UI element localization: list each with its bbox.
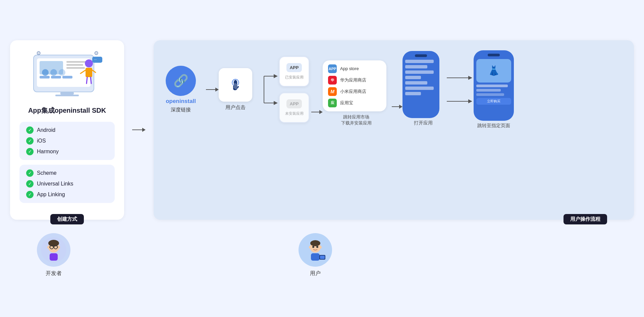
store-list: APP App store 华 华为应用商店 M 小米应用商店 应 <box>323 60 386 111</box>
svg-point-55 <box>309 246 311 249</box>
store-appstore: APP App store <box>328 64 381 73</box>
bottom-row: 开发者 <box>10 233 634 277</box>
svg-marker-33 <box>274 101 278 105</box>
app-status-column: APP 已安装应用 APP 未安装应用 <box>279 56 309 123</box>
open-app-phone <box>402 51 439 118</box>
svg-point-8 <box>59 69 65 76</box>
openinstall-label-bottom: 深度链接 <box>171 107 191 113</box>
store-label-line2: 下载并安装应用 <box>341 120 372 126</box>
phone-line <box>476 85 508 87</box>
top-row: ⚙ ⚙ ··· App集成openinstall SDK ✓ Android ✓… <box>10 40 634 220</box>
phone-content-1 <box>405 60 437 115</box>
left-to-openinstall-arrow <box>132 40 146 220</box>
buy-now-btn[interactable]: 立即购买 <box>476 98 511 105</box>
scheme-item: ✓ Scheme <box>26 169 108 177</box>
svg-rect-15 <box>86 68 92 77</box>
user-avatar <box>299 233 332 267</box>
scheme-label: Scheme <box>37 170 57 176</box>
phone-final-content <box>476 85 511 96</box>
svg-text:⚙: ⚙ <box>94 50 99 56</box>
store-huawei: 华 华为应用商店 <box>328 76 381 85</box>
phone-line <box>405 76 421 79</box>
open-app-label: 打开应用 <box>414 120 433 126</box>
platform-group: ✓ Android ✓ iOS ✓ Harmony <box>19 122 115 160</box>
right-panel: 🔗 openinstall 深度链接 <box>154 40 634 220</box>
main-container: ⚙ ⚙ ··· App集成openinstall SDK ✓ Android ✓… <box>10 40 634 277</box>
universal-links-label: Universal Links <box>37 181 73 187</box>
flow-wrapper: 🔗 openinstall 深度链接 <box>166 50 622 129</box>
universal-links-item: ✓ Universal Links <box>26 180 108 188</box>
open-app-phone-section: 打开应用 <box>402 51 444 126</box>
svg-rect-28 <box>236 84 237 89</box>
store-tencent: 应 应用宝 <box>328 99 381 107</box>
check-scheme: ✓ <box>26 169 34 177</box>
developer-label: 开发者 <box>46 270 62 277</box>
xiaomi-label: 小米应用商店 <box>340 89 366 95</box>
svg-marker-35 <box>468 76 472 80</box>
ios-label: iOS <box>37 138 46 144</box>
svg-point-7 <box>50 69 57 76</box>
svg-point-48 <box>58 246 60 249</box>
android-item: ✓ Android <box>26 126 108 134</box>
left-panel: ⚙ ⚙ ··· App集成openinstall SDK ✓ Android ✓… <box>10 40 124 220</box>
phone-line <box>405 92 421 95</box>
svg-rect-5 <box>62 76 72 78</box>
to-store-arrow <box>311 110 323 114</box>
installed-label: 已安装应用 <box>285 75 304 80</box>
ios-item: ✓ iOS <box>26 137 108 145</box>
store-label: 跳转应用市场 下载并安装应用 <box>341 114 372 126</box>
appstore-label: App store <box>340 66 359 71</box>
phone-line <box>405 60 434 63</box>
not-installed-branch: APP 未安装应用 <box>279 93 309 123</box>
svg-rect-11 <box>66 67 85 69</box>
phone-notch-1 <box>415 54 427 57</box>
svg-point-40 <box>48 240 59 247</box>
phone-line <box>476 93 504 96</box>
check-harmony: ✓ <box>26 148 34 155</box>
huawei-icon: 华 <box>328 76 337 85</box>
click-box <box>219 68 252 102</box>
svg-rect-26 <box>234 83 235 89</box>
tencent-icon: 应 <box>328 99 337 107</box>
svg-marker-37 <box>468 99 472 103</box>
click-node: 用户点击 <box>219 68 252 111</box>
svg-line-18 <box>87 77 87 84</box>
developer-section: 开发者 <box>37 233 70 277</box>
sdk-illustration: ⚙ ⚙ ··· <box>27 48 107 102</box>
svg-rect-54 <box>311 253 320 261</box>
installed-branch: APP 已安装应用 <box>279 56 309 87</box>
phone-final-image: 👗 <box>476 59 511 83</box>
phone-line <box>405 65 427 68</box>
svg-rect-46 <box>50 253 58 261</box>
branch-svg <box>259 59 279 120</box>
svg-point-51 <box>310 240 320 246</box>
app-linking-item: ✓ App Linking <box>26 191 108 198</box>
user-section: 用户 <box>299 233 332 277</box>
svg-rect-58 <box>320 256 325 259</box>
store-xiaomi: M 小米应用商店 <box>328 87 381 96</box>
user-flow-badge: 用户操作流程 <box>564 214 607 224</box>
store-label-line1: 跳转应用市场 <box>341 114 372 120</box>
harmony-label: Harmony <box>37 149 59 155</box>
merge-arrows-svg <box>447 73 474 106</box>
svg-text:···: ··· <box>94 58 97 61</box>
phone-line <box>405 87 434 90</box>
openinstall-to-click-arrow <box>206 88 219 92</box>
final-arrows <box>447 73 474 106</box>
link-group: ✓ Scheme ✓ Universal Links ✓ App Linking <box>19 165 115 203</box>
not-installed-label: 未安装应用 <box>285 111 304 116</box>
phone-line <box>405 81 427 85</box>
destination-phone: 👗 立即购买 <box>474 50 514 121</box>
sdk-title: App集成openinstall SDK <box>28 106 106 115</box>
svg-line-19 <box>91 77 91 84</box>
svg-point-56 <box>320 246 322 249</box>
svg-point-14 <box>85 59 93 67</box>
store-section: APP App store 华 华为应用商店 M 小米应用商店 应 <box>323 60 390 126</box>
destination-label: 跳转至指定页面 <box>477 123 510 129</box>
harmony-item: ✓ Harmony <box>26 148 108 155</box>
phone-notch-2 <box>488 54 500 56</box>
svg-point-52 <box>312 246 314 248</box>
xiaomi-icon: M <box>328 87 337 96</box>
svg-marker-31 <box>274 74 278 78</box>
huawei-label: 华为应用商店 <box>340 77 366 83</box>
